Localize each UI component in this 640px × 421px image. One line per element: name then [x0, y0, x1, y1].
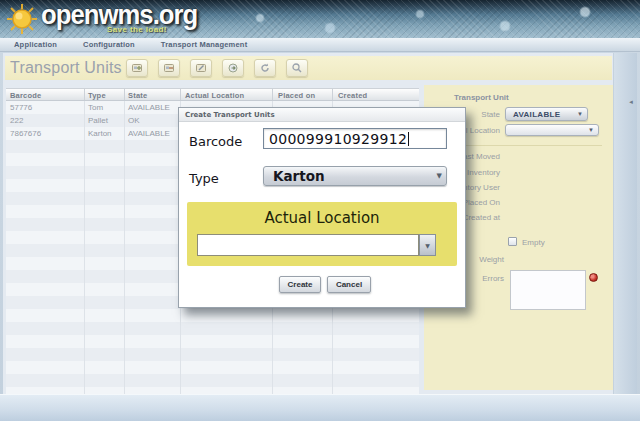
- create-button[interactable]: Create: [279, 276, 321, 293]
- type-dropdown[interactable]: Karton ▼: [263, 166, 447, 186]
- cell-state: OK: [128, 116, 140, 125]
- column-divider: [124, 101, 125, 394]
- barcode-input-value: 000099910929912: [269, 131, 407, 147]
- remove-transport-unit-icon: [163, 62, 175, 74]
- edit-transport-unit-button[interactable]: [190, 59, 212, 77]
- location-combo-button[interactable]: ▼: [419, 234, 436, 256]
- column-header-created[interactable]: Created: [338, 91, 367, 100]
- chevron-down-icon: ▼: [584, 127, 598, 133]
- column-header-barcode[interactable]: Barcode: [10, 91, 41, 100]
- add-transport-unit-icon: [131, 62, 143, 74]
- refresh-button[interactable]: [254, 59, 276, 77]
- move-transport-unit-button[interactable]: [222, 59, 244, 77]
- location-combo-input[interactable]: [197, 234, 419, 256]
- transport-units-toolbar: [126, 59, 308, 77]
- status-bar: [0, 394, 640, 421]
- collapse-panel-icon[interactable]: ◄: [628, 99, 634, 105]
- menu-item-application[interactable]: Application: [14, 40, 57, 49]
- main-menu-bar: Application Configuration Transport Mana…: [0, 38, 640, 52]
- create-transport-units-dialog: Create Transport Units Barcode 000099910…: [178, 107, 466, 308]
- column-divider: [84, 89, 85, 100]
- column-divider: [272, 89, 273, 100]
- column-divider: [180, 89, 181, 100]
- logo-tagline: Save the load!: [107, 25, 167, 34]
- panel-splitter[interactable]: ◄: [613, 53, 637, 394]
- barcode-label: Barcode: [189, 134, 242, 149]
- remove-transport-unit-button[interactable]: [158, 59, 180, 77]
- state-dropdown-value: AVAILABLE: [506, 110, 573, 119]
- edit-transport-unit-icon: [195, 62, 207, 74]
- sun-logo-icon: [5, 2, 39, 40]
- actual-location-section-title: Actual Location: [187, 209, 457, 227]
- dialog-title[interactable]: Create Transport Units: [179, 108, 465, 122]
- cell-type: Tom: [88, 103, 103, 112]
- actual-location-section: Actual Location ▼: [187, 202, 457, 266]
- header-banner: openwms.org Save the load!: [0, 0, 640, 38]
- cell-barcode: 57776: [10, 103, 32, 112]
- type-label: Type: [189, 171, 219, 186]
- column-header-placed-on[interactable]: Placed on: [278, 91, 315, 100]
- cell-state: AVAILABLE: [128, 103, 170, 112]
- column-divider: [332, 89, 333, 100]
- column-header-actual-location[interactable]: Actual Location: [185, 91, 244, 100]
- column-divider: [84, 101, 85, 394]
- column-header-state[interactable]: State: [128, 91, 147, 100]
- type-dropdown-value: Karton: [264, 168, 433, 184]
- empty-checkbox[interactable]: [508, 237, 517, 246]
- menu-item-transport-management[interactable]: Transport Management: [161, 40, 248, 49]
- empty-checkbox-label: Empty: [522, 238, 562, 247]
- cell-type: Pallet: [88, 116, 108, 125]
- page-title: Transport Units: [10, 59, 122, 77]
- cell-type: Karton: [88, 129, 112, 138]
- search-button[interactable]: [286, 59, 308, 77]
- column-divider: [124, 89, 125, 100]
- cell-state: AVAILABLE: [128, 129, 170, 138]
- chevron-down-icon: ▼: [573, 111, 587, 117]
- error-status-icon: [589, 273, 598, 282]
- cell-barcode: 222: [10, 116, 23, 125]
- cell-barcode: 7867676: [10, 129, 41, 138]
- move-transport-unit-icon: [227, 62, 239, 74]
- text-caret: [408, 132, 409, 146]
- panel-title: Transport Unit: [454, 93, 509, 102]
- state-dropdown[interactable]: AVAILABLE ▼: [505, 107, 588, 121]
- actual-location-dropdown[interactable]: ▼: [505, 124, 599, 136]
- errors-textarea[interactable]: [510, 270, 586, 310]
- application-window: openwms.org Save the load! Application C…: [0, 0, 640, 421]
- barcode-input[interactable]: 000099910929912: [263, 128, 447, 149]
- search-icon: [291, 62, 303, 74]
- refresh-icon: [259, 62, 271, 74]
- transport-units-table-header: Barcode Type State Actual Location Place…: [6, 88, 419, 101]
- chevron-down-icon: ▼: [433, 172, 446, 180]
- menu-item-configuration[interactable]: Configuration: [83, 40, 135, 49]
- column-header-type[interactable]: Type: [88, 91, 106, 100]
- add-transport-unit-button[interactable]: [126, 59, 148, 77]
- chevron-down-icon: ▼: [421, 242, 434, 249]
- cancel-button[interactable]: Cancel: [327, 276, 371, 293]
